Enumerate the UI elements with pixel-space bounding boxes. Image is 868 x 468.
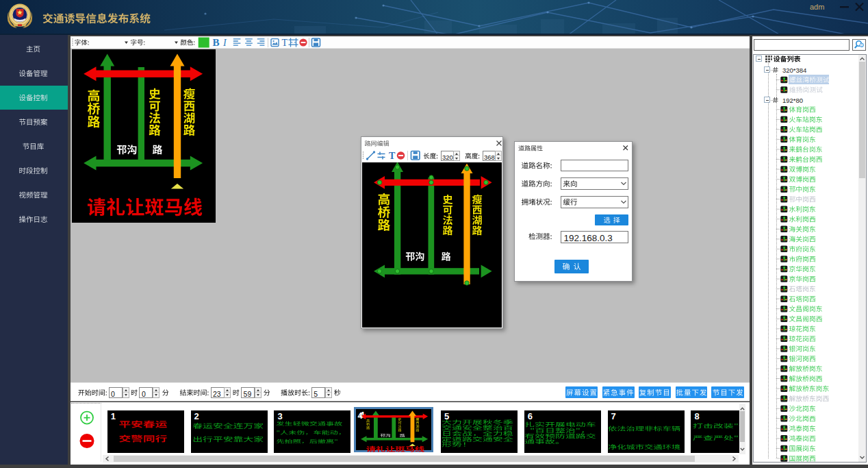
svg-text:4: 4 xyxy=(358,410,363,421)
svg-text:B: B xyxy=(213,37,220,48)
svg-text:T: T xyxy=(282,38,288,48)
svg-text:adm: adm xyxy=(810,3,824,11)
svg-text:I: I xyxy=(222,38,227,48)
svg-text:T: T xyxy=(389,151,396,161)
